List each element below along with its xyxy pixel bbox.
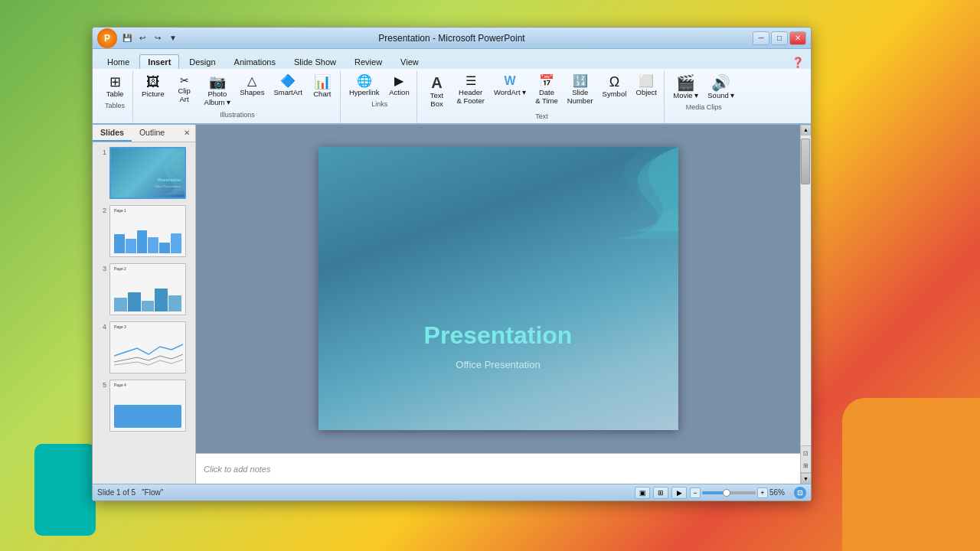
fit-window-button[interactable]: ⊡: [794, 487, 806, 499]
ribbon-tabs: Home Insert Design Animations Slide Show…: [93, 49, 811, 69]
zoom-slider-thumb[interactable]: [723, 489, 730, 497]
slide-thumbnail-1: Presentation Office Presentation: [109, 147, 186, 199]
close-button[interactable]: ✕: [789, 31, 806, 45]
smartart-button[interactable]: 🔷 SmartArt: [270, 73, 305, 99]
movie-button[interactable]: 🎬 Movie ▾: [669, 73, 702, 102]
table-label: Table: [106, 90, 124, 98]
scrollbar-track[interactable]: [801, 135, 812, 445]
picture-icon: 🖼: [146, 75, 160, 89]
tab-outline[interactable]: Outline: [132, 125, 172, 142]
status-left: Slide 1 of 5 "Flow": [97, 488, 630, 497]
undo-button[interactable]: ↩: [136, 31, 149, 45]
text-group-label: Text: [422, 111, 661, 122]
tab-design[interactable]: Design: [181, 54, 224, 69]
slidenumber-label: SlideNumber: [567, 88, 593, 106]
slide-num-5: 5: [97, 381, 106, 389]
action-button[interactable]: ▶ Action: [384, 73, 413, 99]
ribbon: Home Insert Design Animations Slide Show…: [93, 49, 811, 125]
slidenumber-icon: 🔢: [573, 75, 588, 87]
tab-slides[interactable]: Slides: [93, 125, 132, 142]
scroll-down-button[interactable]: ▼: [801, 473, 812, 484]
zoom-button[interactable]: ⊞: [801, 460, 812, 471]
tab-review[interactable]: Review: [346, 54, 390, 69]
zoom-in-button[interactable]: +: [757, 487, 768, 498]
chart-icon: 📊: [314, 75, 331, 89]
slide-thumb-5[interactable]: 5 Page 4: [96, 378, 192, 433]
datetime-icon: 📅: [539, 75, 554, 87]
maximize-button[interactable]: □: [771, 31, 788, 45]
datetime-button[interactable]: 📅 Date& Time: [531, 73, 562, 108]
slide-thumb-4[interactable]: 4 Page 3: [96, 320, 192, 375]
fit-slide-button[interactable]: ⊡: [801, 448, 812, 458]
desktop-decoration-orange: [842, 398, 980, 551]
slide-thumb-2[interactable]: 2 Page 1: [96, 204, 192, 259]
tab-view[interactable]: View: [392, 54, 427, 69]
symbol-button[interactable]: Ω Symbol: [599, 73, 631, 100]
hyperlink-icon: 🌐: [357, 75, 372, 87]
redo-button[interactable]: ↪: [151, 31, 165, 45]
scroll-up-button[interactable]: ▲: [801, 125, 812, 135]
slide1-thumb-title: Presentation: [158, 178, 181, 182]
main-area: Slides Outline ✕ 1: [93, 125, 811, 484]
table-button[interactable]: ⊞ Table: [100, 73, 129, 100]
slide-thumb-1[interactable]: 1 Presentation Office Presentation: [96, 145, 192, 201]
ribbon-group-mediaclips-items: 🎬 Movie ▾ 🔊 Sound ▾: [669, 73, 738, 102]
slide-main-title: Presentation: [318, 321, 678, 350]
movie-label: Movie ▾: [673, 91, 698, 99]
customize-button[interactable]: ▼: [166, 31, 180, 45]
window-controls: ─ □ ✕: [753, 31, 806, 45]
slide-thumbnail-4: Page 3: [109, 321, 186, 373]
hyperlink-button[interactable]: 🌐 Hyperlink: [345, 73, 384, 99]
ribbon-help-button[interactable]: ❓: [791, 55, 805, 69]
scrollbar-thumb[interactable]: [801, 139, 810, 184]
textbox-button[interactable]: A TextBox: [422, 73, 451, 111]
clipart-button[interactable]: ✂ ClipArt: [170, 73, 199, 106]
datetime-label: Date& Time: [535, 88, 558, 106]
notes-area[interactable]: Click to add notes: [196, 453, 800, 484]
zoom-out-button[interactable]: −: [690, 487, 701, 498]
wordart-label: WordArt ▾: [494, 88, 526, 96]
slide2-thumb-title: Page 1: [114, 208, 126, 213]
slides-tabs: Slides Outline ✕: [93, 125, 195, 142]
headerfooter-button[interactable]: ☰ Header& Footer: [452, 73, 488, 108]
action-icon: ▶: [394, 75, 403, 87]
slide-thumbnail-5: Page 4: [109, 380, 186, 432]
photoalbum-button[interactable]: 📷 PhotoAlbum ▾: [201, 73, 235, 109]
hyperlink-label: Hyperlink: [349, 88, 380, 96]
smartart-icon: 🔷: [280, 75, 296, 87]
status-bar: Slide 1 of 5 "Flow" ▣ ⊞ ▶ − + 56% ⊡: [93, 484, 811, 500]
slides-panel-close[interactable]: ✕: [181, 127, 193, 139]
slide2-chart: [114, 227, 181, 253]
tab-animations[interactable]: Animations: [226, 54, 284, 69]
zoom-level: 56%: [769, 488, 791, 497]
ribbon-group-mediaclips: 🎬 Movie ▾ 🔊 Sound ▾ Media Clips: [666, 71, 741, 123]
chart-label: Chart: [313, 90, 331, 98]
tab-home[interactable]: Home: [99, 54, 138, 69]
wordart-button[interactable]: W WordArt ▾: [490, 73, 530, 99]
shapes-button[interactable]: △ Shapes: [236, 73, 268, 99]
zoom-control: − + 56%: [690, 487, 791, 498]
tab-insert[interactable]: Insert: [139, 54, 179, 69]
slide-sorter-button[interactable]: ⊞: [653, 487, 668, 499]
save-button[interactable]: 💾: [120, 31, 134, 45]
object-icon: ⬜: [639, 75, 654, 87]
mediaclips-group-label: Media Clips: [669, 102, 738, 112]
slidenumber-button[interactable]: 🔢 SlideNumber: [564, 73, 597, 108]
slide1-wave-decoration: [109, 148, 185, 199]
clipart-label: ClipArt: [178, 86, 190, 104]
minimize-button[interactable]: ─: [753, 31, 769, 45]
slide-area: ↖ Presentation Office Presentation: [196, 125, 800, 484]
sound-button[interactable]: 🔊 Sound ▾: [704, 73, 738, 102]
slide-canvas[interactable]: Presentation Office Presentation: [318, 147, 678, 430]
slides-panel: Slides Outline ✕ 1: [93, 125, 196, 484]
object-button[interactable]: ⬜ Object: [632, 73, 661, 99]
chart-button[interactable]: 📊 Chart: [308, 73, 337, 100]
slide-thumb-3[interactable]: 3 Page 2: [96, 262, 192, 317]
tab-slideshow[interactable]: Slide Show: [286, 54, 345, 69]
picture-button[interactable]: 🖼 Picture: [138, 73, 168, 100]
normal-view-button[interactable]: ▣: [635, 487, 650, 499]
office-logo: P: [97, 28, 117, 48]
slideshow-button[interactable]: ▶: [671, 487, 687, 499]
zoom-slider-track[interactable]: [702, 491, 756, 494]
slide-thumbnail-2: Page 1: [109, 205, 186, 257]
